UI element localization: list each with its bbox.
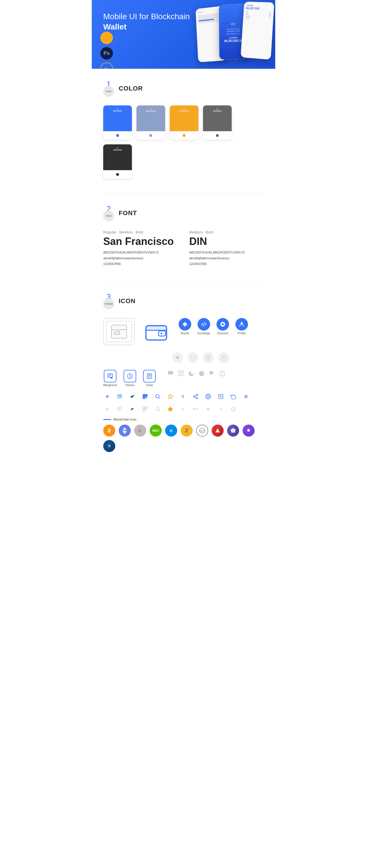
icon-nav-assets: Assets bbox=[178, 318, 192, 335]
svg-point-58 bbox=[207, 396, 209, 397]
svg-point-5 bbox=[161, 333, 162, 334]
assets-icon-circle bbox=[179, 318, 191, 331]
discover-icon-circle bbox=[217, 318, 229, 331]
svg-rect-15 bbox=[108, 374, 112, 378]
svg-marker-81 bbox=[125, 431, 127, 434]
svg-marker-80 bbox=[122, 427, 125, 431]
speech-icon bbox=[208, 370, 215, 378]
svg-point-71 bbox=[156, 407, 159, 411]
font-din-label: Medium · Bold bbox=[189, 230, 264, 234]
history-icon-box bbox=[123, 370, 136, 382]
svg-line-72 bbox=[159, 410, 160, 411]
section-number-2: 2 TWO bbox=[103, 205, 114, 221]
hero-title-text: Mobile UI for Blockchain bbox=[103, 12, 190, 21]
info-icon-gray bbox=[229, 405, 237, 413]
svg-rect-24 bbox=[149, 375, 151, 376]
chevron-right-icon-gray bbox=[217, 405, 225, 413]
font-din-nums: 1234567890 bbox=[189, 261, 264, 267]
section-number-3: 3 THREE bbox=[103, 293, 114, 309]
phone-3: myWallet $6,297,502 BTC738 ETH564 WAVES+… bbox=[241, 2, 274, 60]
font-din-upper: ABCDEFGHIJKLMNOPQRSTUVWXYZ bbox=[189, 250, 264, 255]
font-sf-lower: abcdefghijklmnopqrstuvwxyz bbox=[103, 255, 178, 261]
svg-point-55 bbox=[196, 398, 198, 399]
icon-history: History bbox=[123, 370, 136, 387]
bitcoin-icon: ₿ bbox=[103, 425, 115, 437]
icon-section: 3 THREE ICON bbox=[103, 293, 264, 452]
svg-line-57 bbox=[195, 395, 196, 396]
qr-icon bbox=[141, 393, 149, 401]
ethereum-icon bbox=[119, 425, 131, 437]
svg-marker-73 bbox=[168, 407, 173, 411]
icon-wireframe-1 bbox=[103, 318, 135, 345]
neo-icon: NEO bbox=[150, 425, 162, 437]
hero-title-bold: Wallet bbox=[103, 22, 126, 31]
circle-icon bbox=[198, 370, 205, 378]
refresh-icon bbox=[229, 393, 237, 401]
discover-icon-gray bbox=[203, 352, 214, 363]
iota-icon: IOT bbox=[196, 425, 208, 437]
svg-point-14 bbox=[223, 356, 225, 358]
nav-icons-row: Assets Exchange bbox=[178, 318, 249, 335]
svg-rect-25 bbox=[168, 371, 173, 374]
order-icon-label: Order bbox=[146, 383, 153, 387]
share-icon bbox=[192, 393, 200, 401]
section-sub-1: ONE bbox=[103, 86, 114, 97]
chevron-left-icon bbox=[179, 393, 187, 401]
color-section-header: 1 ONE COLOR bbox=[103, 80, 264, 97]
search-icon-gray bbox=[154, 405, 162, 413]
svg-rect-18 bbox=[110, 377, 112, 379]
chat-icon bbox=[167, 370, 174, 378]
moon-icon bbox=[188, 370, 195, 378]
svg-marker-11 bbox=[175, 356, 179, 360]
color-title: COLOR bbox=[119, 85, 143, 92]
ps-badge: Ps bbox=[101, 47, 113, 60]
mangment-icon-label: Mangment bbox=[103, 383, 117, 387]
small-icons-row-gray bbox=[103, 405, 264, 413]
qr-icon-gray bbox=[141, 405, 149, 413]
font-sf-upper: ABCDEFGHIJKLMNOPQRSTUVWXYZ bbox=[103, 250, 178, 255]
exchange-icon-gray bbox=[188, 352, 198, 363]
medium-icons-row: Mangment History bbox=[103, 370, 264, 387]
icon-nav-exchange: Exchange bbox=[197, 318, 211, 335]
svg-point-10 bbox=[241, 322, 243, 324]
svg-marker-30 bbox=[209, 374, 211, 375]
arrows-icon-gray bbox=[192, 405, 200, 413]
icon-nav-discover: Discover bbox=[216, 318, 230, 335]
small-icons-row-1 bbox=[103, 393, 264, 401]
font-din-lower: abcdefghijklmnopqrstuvwxyz bbox=[189, 255, 264, 261]
svg-marker-82 bbox=[122, 431, 125, 434]
svg-marker-7 bbox=[182, 322, 188, 327]
assets-icon-label: Assets bbox=[181, 332, 189, 335]
search-icon bbox=[154, 393, 162, 401]
main-content: 1 ONE COLOR # 3574FA # 8DA0C8 bbox=[92, 69, 275, 478]
color-card-blue: # 3574FA bbox=[103, 105, 132, 140]
screens-badge: 60+ bbox=[101, 62, 113, 69]
color-card-gray: # 666666 bbox=[203, 105, 232, 140]
svg-text:IOT: IOT bbox=[200, 430, 204, 432]
exchange-icon-circle bbox=[198, 318, 210, 331]
icon-section-header: 3 THREE ICON bbox=[103, 293, 264, 309]
dash-icon: D bbox=[165, 425, 177, 437]
svg-point-27 bbox=[178, 371, 184, 372]
profile-icon-gray bbox=[219, 352, 229, 363]
x-icon-gray bbox=[204, 405, 212, 413]
litecoin-icon: Ł bbox=[134, 425, 146, 437]
section-sub-3: THREE bbox=[103, 299, 114, 309]
svg-rect-42 bbox=[143, 395, 144, 396]
svg-rect-46 bbox=[143, 397, 144, 398]
blockchain-label: BlockChain Icon bbox=[114, 418, 137, 421]
svg-line-56 bbox=[195, 397, 196, 398]
section-number-1: 1 ONE bbox=[103, 80, 114, 97]
font-title: FONT bbox=[119, 209, 137, 217]
upload-icon bbox=[217, 393, 225, 401]
svg-rect-3 bbox=[146, 326, 167, 330]
svg-point-13 bbox=[208, 357, 209, 359]
hero-badges: Ps 60+ Screens bbox=[101, 32, 113, 69]
icon-wallet-blue bbox=[140, 318, 172, 345]
svg-point-54 bbox=[194, 396, 195, 397]
font-din-name: DIN bbox=[189, 236, 264, 248]
svg-marker-79 bbox=[125, 427, 127, 431]
close-icon bbox=[242, 393, 250, 401]
nav-icon bbox=[227, 425, 239, 437]
svg-rect-44 bbox=[146, 395, 147, 396]
